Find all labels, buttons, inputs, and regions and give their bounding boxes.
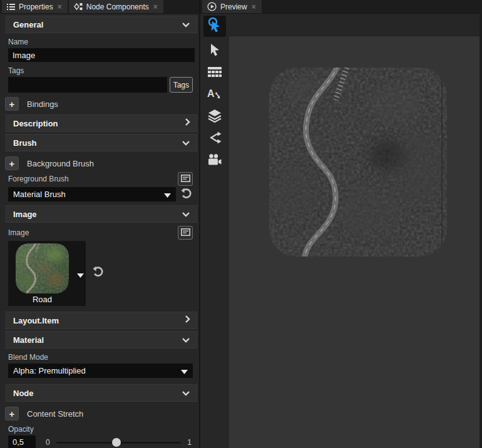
name-label: Name [8,38,199,46]
preview-toolbar-strip [229,14,479,36]
chevron-down-icon [181,365,188,377]
add-content-stretch-button[interactable]: + [5,407,19,420]
tags-button[interactable]: Tags [170,77,193,93]
chevron-down-icon [182,137,190,148]
section-header-node[interactable]: Node [5,384,197,402]
close-icon[interactable]: × [153,3,158,11]
camera-tool-button[interactable] [203,151,226,170]
rendered-image-node [269,68,447,257]
section-title: Layout.Item [13,316,59,325]
revert-image-button[interactable] [91,266,105,280]
image-picker[interactable]: Road [8,241,86,306]
chevron-down-icon[interactable] [77,269,84,280]
select-tool-button[interactable] [203,42,226,61]
svg-text:A: A [207,88,215,99]
preview-tabbar: Preview × [200,0,479,14]
split-tool-button[interactable] [203,130,226,148]
layers-icon [208,109,222,125]
preview-toolbar: A [200,14,229,448]
chevron-down-icon [182,387,190,399]
slider-min-label: 0 [46,438,50,447]
chevron-right-icon [185,315,190,326]
app-window: Properties × Node Components × General N… [0,0,482,448]
section-header-image[interactable]: Image [5,205,197,223]
slider-thumb[interactable] [112,438,121,447]
section-header-description[interactable]: Description [5,115,197,132]
text-tool-button[interactable]: A [203,86,226,104]
video-camera-icon [208,154,222,168]
tab-preview-label: Preview [220,3,247,11]
preview-viewport[interactable] [229,36,479,448]
section-header-material[interactable]: Material [5,331,197,349]
image-property-label: Image [8,228,29,237]
close-icon[interactable]: × [57,3,63,11]
image-value-name: Road [16,295,69,304]
open-editor-button[interactable] [178,172,193,186]
editor-window-icon [181,227,190,238]
preview-canvas-area [229,14,479,448]
blend-mode-dropdown[interactable]: Alpha: Premultiplied [8,364,193,378]
bindings-label: Bindings [27,99,58,109]
opacity-input[interactable] [8,435,36,448]
revert-icon [91,265,104,280]
section-header-general[interactable]: General [5,16,197,33]
tags-input[interactable] [8,77,167,93]
play-icon [207,2,217,11]
add-background-brush-button[interactable]: + [5,156,19,170]
foreground-brush-dropdown[interactable]: Material Brush [8,187,176,201]
tab-preview[interactable]: Preview × [202,0,262,13]
chevron-down-icon [164,189,171,200]
node-components-icon [74,3,83,11]
section-title: Brush [13,138,37,148]
foreground-brush-label: Foreground Brush [8,175,69,183]
road-thumbnail-image [16,243,69,293]
foreground-brush-value: Material Brush [13,190,164,199]
revert-brush-button[interactable] [179,188,193,201]
section-title: Description [13,119,58,128]
section-header-layout-item[interactable]: Layout.Item [5,312,197,329]
tab-properties[interactable]: Properties × [2,0,68,13]
properties-body: General Name Tags Tags + Bindings Descri… [0,14,199,448]
slider-max-label: 1 [187,438,192,447]
preview-panel: Preview × [200,0,482,448]
table-icon [208,67,222,80]
section-title: Material [13,335,44,345]
grid-tool-button[interactable] [203,64,226,83]
section-title: Node [13,389,34,398]
left-tabbar: Properties × Node Components × [0,0,199,14]
background-brush-label: Background Brush [27,159,94,168]
split-arrows-icon [208,131,222,146]
blend-mode-label: Blend Mode [8,353,199,362]
interact-cursor-icon [207,17,223,36]
opacity-slider[interactable] [56,438,182,447]
open-editor-button[interactable] [178,226,193,240]
close-icon[interactable]: × [251,3,257,11]
interact-tool-button[interactable] [203,16,226,37]
tab-node-components[interactable]: Node Components × [69,0,163,13]
tab-node-components-label: Node Components [86,3,149,11]
section-header-brush[interactable]: Brush [5,134,197,151]
chevron-right-icon [185,118,190,129]
revert-icon [180,187,192,202]
content-stretch-label: Content Stretch [27,409,83,419]
chevron-down-icon [182,208,190,220]
editor-window-icon [181,173,190,185]
tab-properties-label: Properties [19,3,53,11]
add-bindings-button[interactable]: + [5,97,19,111]
layers-tool-button[interactable] [203,108,226,126]
list-icon [7,3,15,11]
chevron-down-icon [182,334,190,345]
section-title: Image [13,210,37,219]
tags-label: Tags [8,66,199,75]
opacity-label: Opacity [8,425,199,434]
chevron-down-icon [182,19,190,30]
properties-panel: Properties × Node Components × General N… [0,0,200,448]
blend-mode-value: Alpha: Premultiplied [13,366,181,375]
cursor-icon [208,43,222,59]
section-title: General [13,20,43,29]
name-input[interactable] [8,48,195,62]
text-analyze-icon: A [207,88,222,103]
